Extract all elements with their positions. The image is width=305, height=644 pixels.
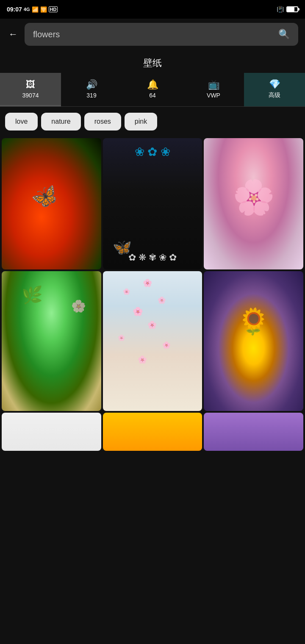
butterfly-decoration: 🦋: [28, 180, 61, 213]
vwp-icon: 📺: [208, 79, 219, 90]
time-display: 09:07: [7, 6, 22, 13]
partial-image-2[interactable]: [103, 413, 202, 451]
filter-tag-pink[interactable]: pink: [125, 113, 157, 130]
wallpaper-icon: 🖼: [26, 79, 35, 90]
wallpaper-count: 39074: [22, 92, 39, 99]
partial-image-3[interactable]: [204, 413, 303, 451]
plant-deco: 🌿: [22, 285, 43, 305]
top-flower-deco: ❀ ✿ ❀: [135, 145, 171, 159]
cherry2: 🌸: [123, 288, 130, 295]
battery-fill: [287, 7, 294, 11]
back-button[interactable]: ←: [7, 27, 19, 42]
image-item-3[interactable]: 🌸: [204, 138, 303, 269]
image-item-1[interactable]: 🦋: [2, 138, 101, 269]
notification-icon: 🔔: [147, 79, 158, 90]
search-bar[interactable]: flowers 🔍: [25, 23, 298, 46]
ringtone-count: 319: [86, 92, 96, 99]
image-item-5[interactable]: 🌸 🌸 🌸 🌸 🌸 🌸 🌸 🌸: [103, 271, 202, 411]
advanced-label: 高级: [269, 92, 280, 99]
cherry6: 🌸: [118, 334, 125, 341]
filter-tags-row: love nature roses pink: [0, 107, 305, 136]
network-type: 4G: [24, 7, 30, 12]
section-title: 壁纸: [0, 50, 305, 73]
cherry1: 🌸: [143, 278, 152, 288]
hd-badge: HD: [49, 6, 58, 12]
status-right-area: 📳: [277, 6, 298, 13]
notification-count: 64: [149, 92, 156, 99]
signal-icon: 📶: [32, 6, 39, 13]
diamond-icon: 💎: [269, 79, 280, 90]
cherry4: 🌸: [133, 306, 143, 316]
category-tabs: 🖼 39074 🔊 319 🔔 64 📺 VWP 💎 高级: [0, 73, 305, 107]
cherry8: 🌸: [138, 355, 147, 364]
status-bar: 09:07 4G 📶 🛜 HD 📳: [0, 0, 305, 19]
flower-pattern-deco: ✿ ❋ ✾ ❀ ✿: [108, 252, 197, 263]
image-item-2[interactable]: ❀ ✿ ❀ 🦋 ✿ ❋ ✾ ❀ ✿: [103, 138, 202, 269]
cherry3: 🌸: [158, 296, 166, 304]
filter-tag-love[interactable]: love: [5, 113, 38, 130]
partial-white-bg: [2, 413, 101, 451]
filter-tag-roses[interactable]: roses: [84, 113, 121, 130]
search-query: flowers: [33, 30, 60, 39]
tab-ringtone[interactable]: 🔊 319: [61, 73, 122, 106]
vwp-count: VWP: [207, 92, 220, 99]
tab-wallpaper[interactable]: 🖼 39074: [0, 73, 61, 106]
image-grid-row2: 🌿 🌸 🌸 🌸 🌸 🌸 🌸 🌸 🌸 🌸 🌻: [0, 271, 305, 413]
search-container: ← flowers 🔍: [0, 19, 305, 50]
cherry7: 🌸: [162, 341, 171, 349]
vibrate-icon: 📳: [277, 6, 284, 13]
moon-deco: 🌸: [214, 145, 294, 250]
partial-image-1[interactable]: [2, 413, 101, 451]
battery-indicator: [286, 6, 298, 12]
partial-purple-bg: [204, 413, 303, 451]
image-grid-row1: 🦋 ❀ ✿ ❀ 🦋 ✿ ❋ ✾ ❀ ✿ 🌸: [0, 136, 305, 271]
image-item-6[interactable]: 🌻: [204, 271, 303, 411]
partial-orange-bg: [103, 413, 202, 451]
ringtone-icon: 🔊: [86, 79, 97, 90]
tab-vwp[interactable]: 📺 VWP: [183, 73, 244, 106]
flower-deco2: 🌸: [71, 299, 86, 313]
search-icon: 🔍: [278, 29, 290, 40]
tab-advanced[interactable]: 💎 高级: [244, 73, 305, 106]
image-item-4[interactable]: 🌿 🌸: [2, 271, 101, 411]
cherry5: 🌸: [147, 320, 157, 330]
wifi-icon: 🛜: [40, 6, 47, 13]
partial-image-row: [0, 413, 305, 452]
yellow-flower-deco: 🌻: [238, 306, 269, 336]
status-time-area: 09:07 4G 📶 🛜 HD: [7, 6, 58, 13]
tab-notification[interactable]: 🔔 64: [122, 73, 183, 106]
filter-tag-nature[interactable]: nature: [41, 113, 80, 130]
